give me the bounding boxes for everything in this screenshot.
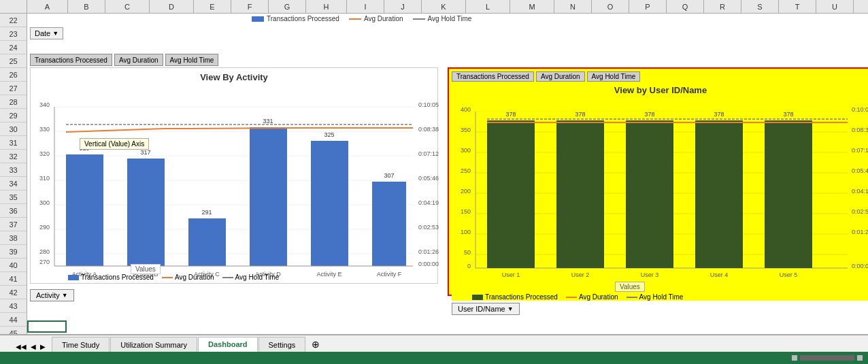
col-T: T <box>779 0 816 13</box>
row-42: 42 <box>0 286 27 299</box>
tab-add-button[interactable]: ⊕ <box>306 337 325 352</box>
left-legend-hold-label: Avg Hold Time <box>235 274 280 281</box>
col-R: R <box>704 0 741 13</box>
bottom-area: ◀◀ ◀ ▶ Time Study Utilization Summary Da… <box>0 334 868 364</box>
legend-transactions: Transactions Processed <box>252 15 339 22</box>
tab-nav-next[interactable]: ▶ <box>38 342 48 352</box>
col-S: S <box>741 0 779 13</box>
col-P: P <box>629 0 667 13</box>
tab-settings[interactable]: Settings <box>258 337 306 352</box>
svg-text:270: 270 <box>39 259 50 265</box>
row-31: 31 <box>0 136 27 150</box>
right-chart-title: View by User ID/Name <box>452 83 868 97</box>
tab-time-study[interactable]: Time Study <box>52 337 110 352</box>
left-legend-hold: Avg Hold Time <box>222 274 280 281</box>
right-legend-hold-label: Avg Hold Time <box>639 293 684 301</box>
bar-user-4 <box>695 120 743 268</box>
svg-text:0:08:38: 0:08:38 <box>852 127 868 133</box>
svg-text:378: 378 <box>644 111 654 118</box>
svg-text:0:00:00: 0:00:00 <box>852 263 868 269</box>
svg-text:User 4: User 4 <box>710 271 729 278</box>
svg-text:350: 350 <box>461 127 471 133</box>
svg-text:0:07:12: 0:07:12 <box>418 150 439 157</box>
right-chart-svg: 400 350 300 250 200 150 100 50 0 0:10:05… <box>452 97 868 280</box>
row-25: 25 <box>0 54 27 68</box>
btn-avg-hold-right[interactable]: Avg Hold Time <box>587 71 641 82</box>
tab-utilization-summary[interactable]: Utilization Summary <box>110 337 197 352</box>
svg-text:320: 320 <box>39 150 50 157</box>
selected-cell-a46[interactable] <box>27 320 67 333</box>
legend-duration: Avg Duration <box>349 15 403 22</box>
svg-text:Activity F: Activity F <box>377 271 402 278</box>
right-legend-hold: Avg Hold Time <box>627 293 684 301</box>
svg-text:100: 100 <box>461 229 471 235</box>
bar-activity-b <box>127 159 165 266</box>
bar-user-5 <box>765 120 812 268</box>
left-legend-duration-label: Avg Duration <box>175 274 214 281</box>
right-legend-duration-icon <box>566 297 577 298</box>
btn-transactions-right[interactable]: Transactions Processed <box>452 71 534 82</box>
tab-dashboard[interactable]: Dashboard <box>198 337 257 352</box>
svg-text:280: 280 <box>39 248 50 255</box>
row-41: 41 <box>0 272 27 286</box>
scroll-bar-track <box>800 355 854 361</box>
user-id-dropdown[interactable]: User ID/Name ▼ <box>452 303 520 315</box>
col-O: O <box>592 0 629 13</box>
bar-activity-a <box>66 154 103 266</box>
left-chart-legend: Transactions Processed Avg Duration Avg … <box>68 274 279 281</box>
col-N: N <box>554 0 592 13</box>
svg-text:User 1: User 1 <box>502 271 520 278</box>
col-J: J <box>384 0 422 13</box>
row-26: 26 <box>0 68 27 82</box>
svg-text:0:10:05: 0:10:05 <box>852 106 868 113</box>
btn-avg-duration-left[interactable]: Avg Duration <box>114 54 163 66</box>
left-chart-title: View By Activity <box>31 68 437 84</box>
legend-hold: Avg Hold Time <box>413 15 472 22</box>
right-legend-transactions: Transactions Processed <box>472 293 558 301</box>
left-legend-duration-icon <box>162 277 173 278</box>
col-K: K <box>422 0 466 13</box>
left-chart-buttons: Transactions Processed Avg Duration Avg … <box>30 54 218 66</box>
tooltip-vertical-axis: Vertical (Value) Axis <box>80 138 149 150</box>
col-L: L <box>466 0 510 13</box>
row-24: 24 <box>0 41 27 54</box>
bar-activity-e <box>311 141 348 266</box>
tab-nav-prev[interactable]: ◀ <box>29 342 38 352</box>
col-F: F <box>231 0 269 13</box>
svg-text:User 3: User 3 <box>641 271 659 278</box>
activity-dropdown[interactable]: Activity ▼ <box>30 289 74 301</box>
row-37: 37 <box>0 218 27 231</box>
date-filter-button[interactable]: Date ▼ <box>30 27 63 39</box>
right-chart-values-label: Values <box>615 282 645 292</box>
row-45: 45 <box>0 327 27 334</box>
svg-text:291: 291 <box>201 209 212 216</box>
svg-text:310: 310 <box>39 175 50 182</box>
left-legend-transactions-label: Transactions Processed <box>81 274 154 281</box>
col-M: M <box>510 0 554 13</box>
bar-user-2 <box>556 120 604 268</box>
row-43: 43 <box>0 299 27 313</box>
row-36: 36 <box>0 204 27 218</box>
btn-transactions-left[interactable]: Transactions Processed <box>30 54 112 66</box>
btn-avg-duration-right[interactable]: Avg Duration <box>536 71 585 82</box>
scroll-left-icon[interactable] <box>792 355 797 361</box>
activity-dropdown-label: Activity <box>36 291 60 299</box>
row-32: 32 <box>0 150 27 163</box>
svg-text:200: 200 <box>461 188 471 195</box>
svg-text:0:02:53: 0:02:53 <box>418 224 439 231</box>
row-23: 23 <box>0 27 27 41</box>
spreadsheet: A B C D E F G H I J K L M N O P Q R S T … <box>0 0 868 364</box>
svg-text:User 5: User 5 <box>780 271 798 278</box>
scroll-right-icon[interactable] <box>857 355 863 361</box>
svg-text:317: 317 <box>140 149 150 156</box>
legend-strip: Transactions Processed Avg Duration Avg … <box>252 15 471 22</box>
btn-avg-hold-left[interactable]: Avg Hold Time <box>165 54 219 66</box>
svg-text:290: 290 <box>39 224 50 231</box>
svg-text:0: 0 <box>467 263 471 269</box>
col-C: C <box>105 0 150 13</box>
tab-nav-first[interactable]: ◀◀ <box>14 342 29 352</box>
right-chart-buttons: Transactions Processed Avg Duration Avg … <box>452 71 868 82</box>
scroll-controls <box>792 355 863 361</box>
svg-text:378: 378 <box>714 111 724 118</box>
col-A: A <box>27 0 68 13</box>
